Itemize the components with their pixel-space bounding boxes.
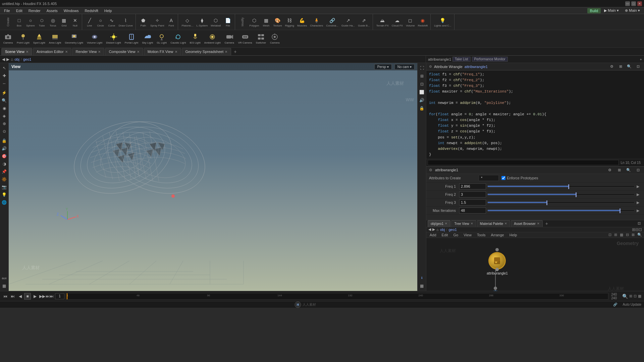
code-layout-btn[interactable]: ⊞ [617, 63, 624, 70]
tab-motion-fx[interactable]: Motion FX View ✕ [144, 48, 181, 55]
freq2-input[interactable] [459, 191, 486, 197]
switcher-btn[interactable]: Switcher [254, 31, 268, 47]
timeline-playhead[interactable] [67, 293, 67, 299]
params-search[interactable]: 🔍 [625, 167, 632, 173]
forward-btn[interactable]: ▶ [6, 57, 9, 62]
right-panel-plus[interactable]: + [640, 57, 642, 61]
node-tab-geo[interactable]: obj/geo1 ✕ [428, 220, 450, 227]
ambientlight-btn[interactable]: Ambient Light [203, 31, 222, 47]
tool18[interactable]: 🌐 [1, 199, 8, 206]
l-system-btn[interactable]: ⧫L-System [195, 15, 209, 29]
spotlight-btn[interactable]: Spot Light [32, 31, 47, 47]
node-tool-add[interactable]: Add [428, 232, 438, 238]
code-gear-btn[interactable]: ⚙ [608, 63, 615, 70]
freq3-slider[interactable] [487, 201, 635, 203]
null-btn[interactable]: ✕Null [70, 15, 80, 29]
guideha-btn[interactable]: ↗Guide Ha... [340, 15, 356, 29]
tab-animation-editor-close[interactable]: ✕ [65, 50, 68, 54]
perf-monitor-btn[interactable]: Performance Monitor [472, 57, 508, 62]
freq1-expand[interactable]: ▶ [635, 184, 641, 189]
guideb-btn[interactable]: ⇗Guide B... [357, 15, 371, 29]
menu-render[interactable]: Render [26, 8, 43, 13]
tl-start-btn[interactable]: ⏮ [2, 293, 9, 300]
tool9[interactable]: ⊙ [1, 128, 8, 135]
vpr-tool6[interactable]: 🔒 [418, 105, 426, 112]
node-tool-edit[interactable]: Edit [440, 232, 449, 238]
code-body[interactable]: float f1 = chf("Freq_1"); float f2 = chf… [426, 70, 644, 159]
select-tool[interactable]: ↖ [1, 64, 8, 72]
tool12[interactable]: 🎯 [1, 153, 8, 160]
menu-windows[interactable]: Windows [61, 8, 82, 13]
maxiter-input[interactable] [459, 207, 486, 214]
constrain-btn[interactable]: 🔗Constrai... [325, 15, 339, 29]
menu-main2[interactable]: ⊕ Main ▾ [622, 8, 643, 13]
tool3[interactable]: ↔ [1, 80, 8, 87]
tool14[interactable]: 📌 [1, 168, 8, 175]
tool11[interactable]: 🔊 [1, 145, 8, 152]
maximize-button[interactable]: □ [631, 1, 636, 6]
node-nav-fwd[interactable]: ▶ [432, 227, 435, 232]
node-add-tab[interactable]: + [543, 220, 550, 227]
circle-btn[interactable]: ○Circle [95, 15, 106, 29]
metaball-btn[interactable]: ⬡Metaball [209, 15, 222, 29]
menu-assets[interactable]: Assets [44, 8, 60, 13]
sphere-btn[interactable]: ○Sphere [25, 15, 36, 29]
portallight-btn[interactable]: Portal Light [123, 31, 140, 47]
font-btn[interactable]: AFont [166, 15, 176, 29]
torus-btn[interactable]: ◎Torus [48, 15, 58, 29]
tl-prev-key-btn[interactable]: ⏭ [9, 293, 16, 300]
cam-dropdown[interactable]: No cam ▾ [394, 64, 415, 70]
tl-stop-btn[interactable]: ■ [24, 293, 31, 300]
menu-redshift[interactable]: Redshift [82, 8, 101, 13]
back-btn[interactable]: ◀ [2, 57, 5, 62]
vrcamera-btn[interactable]: VR Camera [236, 31, 254, 47]
cloudfx-btn[interactable]: ☁Cloud FX [390, 15, 404, 29]
node-tb-icon3[interactable]: ▦ [620, 233, 623, 237]
node-nav-geo1[interactable]: geo1 [448, 228, 457, 232]
node-nav-obj[interactable]: obj [440, 228, 445, 232]
attr-create-input[interactable] [479, 175, 499, 181]
terrainfx-btn[interactable]: ⛰Terrain FX [375, 15, 390, 29]
node-tb-icon4[interactable]: ⊟ [626, 233, 629, 237]
menu-build[interactable]: Build [587, 8, 601, 13]
platonic-btn[interactable]: ◇Platonic... [180, 15, 195, 29]
camera-btn[interactable]: Camera [1, 31, 15, 47]
node-tb-icon1[interactable]: ⊡ [608, 233, 611, 237]
tl-end-btn[interactable]: ⏭⏭ [46, 293, 53, 300]
curve-btn[interactable]: ∿Curve [106, 15, 117, 29]
tab-composite-view[interactable]: Composite View ✕ [105, 48, 143, 55]
freq1-input[interactable] [459, 183, 486, 189]
vpr-tool1[interactable]: ⛶ [418, 64, 426, 72]
texture-btn[interactable]: 🎨Texture [272, 15, 283, 29]
grid-btn[interactable]: ▦Grid [59, 15, 69, 29]
params-expand[interactable]: ⊡ [635, 167, 641, 173]
node-polywire-input[interactable] [494, 287, 497, 290]
obj-path[interactable]: obj [14, 57, 19, 61]
node-tab-treeview[interactable]: Tree View ✕ [451, 220, 476, 227]
tool10[interactable]: 🔒 [1, 137, 8, 144]
maxiter-slider[interactable] [487, 209, 635, 212]
polygon-btn[interactable]: ⬡Polygon [248, 15, 261, 29]
geo1-path[interactable]: geo1 [23, 57, 31, 61]
vpr-tool2[interactable]: ⊞ [418, 72, 426, 80]
node-tool-tools[interactable]: Tools [476, 232, 487, 238]
node-nav-back[interactable]: ◀ [428, 227, 431, 232]
tl-icon1[interactable]: ⊞ [629, 294, 632, 298]
add-tab-button[interactable]: + [232, 48, 238, 55]
spraypaint-btn[interactable]: ✧Spray Paint [149, 15, 165, 29]
tool17[interactable]: 💡 [1, 191, 8, 198]
tool-info[interactable]: aux [1, 275, 8, 282]
close-button[interactable]: ✕ [637, 1, 642, 6]
pointlight-btn[interactable]: Point Light [15, 31, 31, 47]
tool8[interactable]: ⊕ [1, 120, 8, 127]
node-output-dot[interactable] [495, 268, 499, 271]
tool15[interactable]: 🔆 [1, 176, 8, 183]
drawcurve-btn[interactable]: ⌇Draw Curve [117, 15, 134, 29]
take-list-btn[interactable]: Take List [452, 57, 470, 62]
tl-back-btn[interactable]: ◀ [17, 293, 23, 300]
tool16[interactable]: 📷 [1, 183, 8, 191]
node-tab-material-close[interactable]: ✕ [504, 222, 507, 225]
vpr-tool4[interactable]: ⬜ [418, 88, 426, 96]
node-tool-help[interactable]: Help [508, 232, 519, 238]
node-tab-material[interactable]: Material Palette ✕ [477, 220, 510, 227]
